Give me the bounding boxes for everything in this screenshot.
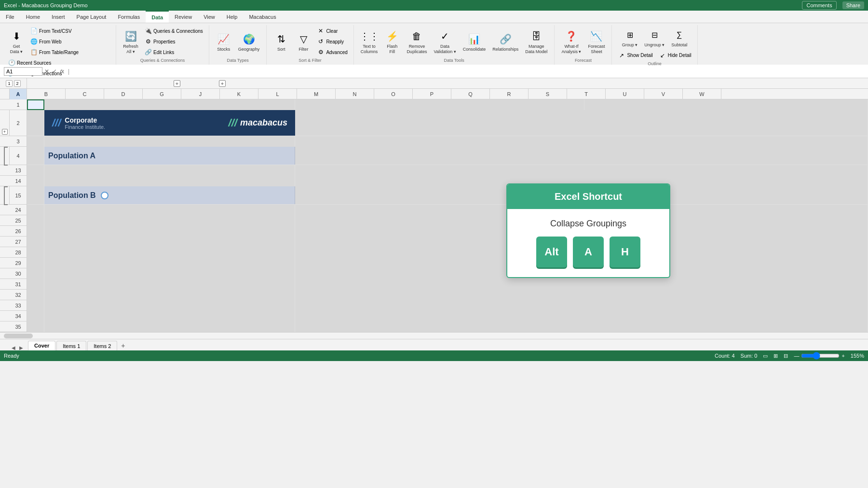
col-header-S[interactable]: S — [529, 89, 567, 99]
tab-home[interactable]: Home — [20, 11, 46, 23]
btn-queries-connections[interactable]: 🔌 Queries & Connections — [142, 26, 205, 36]
cell-rest-3[interactable] — [295, 136, 868, 147]
col-header-C[interactable]: C — [66, 89, 104, 99]
tab-pagelayout[interactable]: Page Layout — [71, 11, 112, 23]
btn-remove-dups[interactable]: 🗑 RemoveDuplicates — [404, 28, 430, 56]
cell-rest-1[interactable] — [584, 99, 868, 110]
cell-rest-4[interactable] — [295, 147, 868, 165]
col-header-D[interactable]: D — [104, 89, 143, 99]
page-break-icon[interactable]: ⊟ — [784, 353, 788, 359]
btn-geography[interactable]: 🌍 Geography — [235, 30, 263, 53]
col-header-O[interactable]: O — [374, 89, 413, 99]
formula-input[interactable] — [73, 68, 864, 75]
row-num-1[interactable]: 1 — [10, 99, 27, 110]
cell-rest-13[interactable] — [295, 165, 868, 176]
cell-B13[interactable] — [44, 165, 295, 176]
tab-help[interactable]: Help — [221, 11, 244, 23]
btn-get-data[interactable]: ⬇ GetData ▾ — [6, 28, 27, 56]
cell-B24[interactable] — [44, 205, 295, 215]
tab-data[interactable]: Data — [146, 11, 169, 23]
btn-edit-links[interactable]: 🔗 Edit Links — [142, 47, 205, 57]
col-header-P[interactable]: P — [413, 89, 451, 99]
tab-review[interactable]: Review — [169, 11, 198, 23]
btn-sort[interactable]: ⇅ Sort — [271, 30, 292, 53]
name-box[interactable] — [4, 67, 42, 76]
insert-function-icon[interactable]: 𝑓x — [60, 68, 64, 75]
cell-population-b[interactable]: Population B — [44, 186, 295, 204]
tab-file[interactable]: File — [0, 11, 20, 23]
tab-items2[interactable]: Items 2 — [87, 341, 117, 350]
col-header-R[interactable]: R — [490, 89, 529, 99]
btn-consolidate[interactable]: 📊 Consolidate — [460, 30, 489, 53]
btn-flash-fill[interactable]: ⚡ FlashFill — [381, 28, 403, 56]
col-header-K[interactable]: K — [220, 89, 258, 99]
sheet-nav-right[interactable]: ▶ — [17, 345, 25, 350]
col-header-N[interactable]: N — [336, 89, 374, 99]
add-sheet-button[interactable]: + — [118, 341, 128, 350]
cell-B1[interactable] — [44, 99, 295, 110]
btn-from-web[interactable]: 🌐 From Web — [28, 37, 81, 46]
cell-A1[interactable] — [27, 99, 44, 110]
cell-K2[interactable] — [295, 110, 868, 136]
btn-forecast-sheet[interactable]: 📉 ForecastSheet — [585, 28, 608, 56]
btn-from-text[interactable]: 📄 From Text/CSV — [28, 26, 81, 36]
cell-B3[interactable] — [44, 136, 295, 147]
cell-A13[interactable] — [27, 165, 44, 176]
col-group-add-1[interactable]: + — [174, 80, 180, 87]
btn-data-validation[interactable]: ✓ DataValidation ▾ — [431, 28, 459, 56]
normal-view-icon[interactable]: ▭ — [763, 353, 768, 359]
tab-macabacus[interactable]: Macabacus — [243, 11, 282, 23]
col-group-add-2[interactable]: + — [219, 80, 226, 87]
btn-from-table[interactable]: 📋 From Table/Range — [28, 47, 81, 57]
btn-stocks[interactable]: 📈 Stocks — [213, 30, 234, 53]
col-header-M[interactable]: M — [297, 89, 336, 99]
col-header-G[interactable]: G — [143, 89, 181, 99]
outline-level-2[interactable]: 2 — [14, 80, 21, 87]
col-header-B[interactable]: B — [27, 89, 66, 99]
btn-refresh-all[interactable]: 🔄 RefreshAll ▾ — [120, 28, 141, 56]
zoom-range-input[interactable] — [801, 352, 840, 360]
btn-advanced[interactable]: ⚙ Advanced — [315, 47, 349, 57]
btn-subtotal[interactable]: ∑ Subtotal — [668, 26, 690, 49]
tab-cover[interactable]: Cover — [28, 341, 55, 350]
col-header-V[interactable]: V — [644, 89, 683, 99]
col-header-T[interactable]: T — [567, 89, 606, 99]
btn-manage-model[interactable]: 🗄 ManageData Model — [522, 28, 550, 56]
page-layout-icon[interactable]: ⊞ — [773, 353, 778, 359]
cell-population-a[interactable]: Population A — [44, 147, 295, 165]
tab-items1[interactable]: Items 1 — [56, 341, 86, 350]
cell-G1[interactable] — [295, 99, 584, 110]
btn-ungroup[interactable]: ⊟ Ungroup ▾ — [641, 26, 667, 49]
zoom-level[interactable]: 155% — [851, 353, 864, 359]
btn-show-detail[interactable]: ↗ Show Detail — [616, 51, 654, 60]
tab-formulas[interactable]: Formulas — [112, 11, 146, 23]
key-h[interactable]: H — [610, 237, 640, 267]
sheet-nav-left[interactable]: ◀ — [10, 345, 17, 350]
horizontal-scrollbar[interactable] — [0, 332, 868, 339]
zoom-slider[interactable]: — + — [794, 352, 844, 360]
cell-A25[interactable] — [27, 215, 44, 226]
btn-whatif[interactable]: ❓ What-IfAnalysis ▾ — [558, 28, 584, 56]
btn-reapply[interactable]: ↺ Reapply — [315, 37, 349, 46]
btn-group[interactable]: ⊞ Group ▾ — [619, 26, 641, 49]
collapse-circle-15[interactable] — [101, 192, 108, 199]
share-btn[interactable]: Share — [842, 1, 864, 9]
zoom-minus[interactable]: — — [794, 353, 799, 359]
btn-hide-detail[interactable]: ↙ Hide Detail — [657, 51, 693, 60]
cell-A3[interactable] — [27, 136, 44, 147]
btn-clear[interactable]: ✕ Clear — [315, 26, 349, 36]
cell-A4[interactable] — [27, 147, 44, 165]
cell-A2[interactable] — [27, 110, 44, 136]
btn-filter[interactable]: ▽ Filter — [293, 30, 314, 53]
btn-relationships[interactable]: 🔗 Relationships — [489, 30, 521, 53]
cell-A24[interactable] — [27, 205, 44, 215]
row-group-add-2[interactable]: + — [2, 129, 8, 135]
confirm-formula-icon[interactable]: ✓ — [52, 68, 57, 75]
col-header-A[interactable]: A — [10, 89, 27, 99]
cell-B25[interactable] — [44, 215, 295, 226]
key-a[interactable]: A — [573, 237, 604, 267]
cell-A14[interactable] — [27, 176, 44, 186]
col-header-U[interactable]: U — [606, 89, 644, 99]
cell-B14[interactable] — [44, 176, 295, 186]
zoom-plus[interactable]: + — [841, 353, 844, 359]
